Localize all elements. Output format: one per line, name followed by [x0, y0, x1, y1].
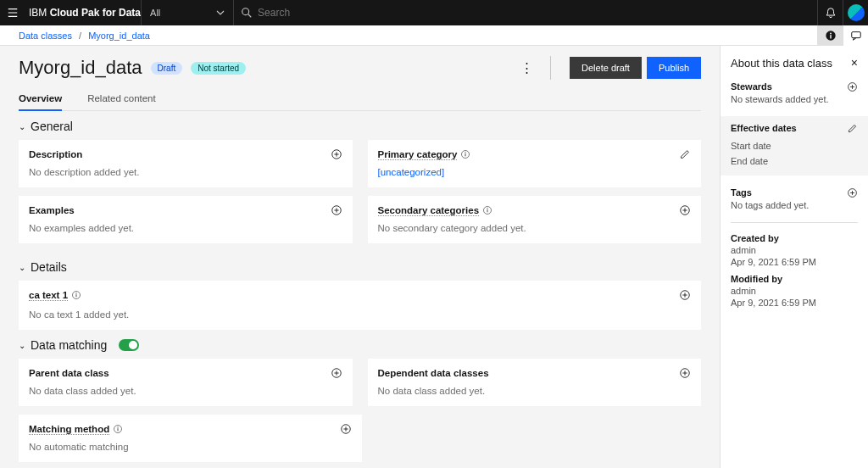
add-steward-icon[interactable]: [847, 81, 858, 92]
chevron-down-icon: ⌄: [19, 263, 25, 272]
overflow-menu[interactable]: ⋮: [516, 58, 537, 78]
card-description-title: Description: [29, 149, 82, 159]
add-parent-icon[interactable]: [331, 367, 342, 379]
add-description-icon[interactable]: [331, 148, 342, 160]
section-general-label: General: [31, 120, 73, 133]
modified-by-label: Modified by: [731, 274, 858, 284]
svg-point-0: [242, 8, 249, 15]
notifications-icon[interactable]: [817, 0, 843, 25]
hamburger-icon[interactable]: [0, 0, 25, 25]
section-matching-toggle[interactable]: ⌄ Data matching: [19, 338, 701, 352]
search-input[interactable]: [258, 7, 393, 19]
add-method-icon[interactable]: [340, 423, 352, 435]
stewards-value: No stewards added yet.: [731, 94, 858, 104]
svg-point-15: [75, 292, 76, 293]
info-icon[interactable]: [460, 149, 470, 159]
publish-button[interactable]: Publish: [647, 57, 701, 79]
start-date-label: Start date: [731, 141, 771, 151]
add-examples-icon[interactable]: [331, 204, 342, 216]
status-badge-workflow: Not started: [191, 62, 246, 75]
divider: [731, 222, 858, 223]
svg-rect-22: [118, 428, 119, 431]
breadcrumb-current[interactable]: Myorg_id_data: [88, 31, 150, 41]
svg-rect-16: [76, 294, 77, 297]
parent-placeholder: No data class added yet.: [29, 386, 342, 396]
modified-by-date: Apr 9, 2021 6:59 PM: [731, 298, 858, 308]
examples-placeholder: No examples added yet.: [29, 223, 342, 233]
breadcrumb-root[interactable]: Data classes: [19, 31, 72, 41]
status-badge-draft: Draft: [151, 62, 183, 75]
description-placeholder: No description added yet.: [29, 167, 342, 177]
add-catext-icon[interactable]: [679, 289, 691, 301]
chat-icon[interactable]: [843, 25, 868, 46]
svg-point-11: [487, 208, 487, 209]
page-title: Myorg_id_data: [19, 57, 142, 79]
tab-overview[interactable]: Overview: [19, 88, 62, 110]
add-dependent-icon[interactable]: [679, 367, 691, 379]
scope-selector[interactable]: All: [141, 0, 234, 25]
stewards-label: Stewards: [731, 81, 858, 92]
brand: IBM Cloud Pak for Data: [25, 7, 141, 19]
effective-dates-label: Effective dates: [731, 123, 858, 133]
info-icon[interactable]: [71, 290, 81, 300]
method-placeholder: No automatic matching: [29, 442, 352, 452]
card-primary-title: Primary category: [378, 149, 458, 160]
svg-rect-3: [830, 35, 831, 38]
delete-draft-button[interactable]: Delete draft: [570, 57, 642, 79]
svg-point-21: [118, 426, 119, 427]
svg-rect-8: [465, 153, 466, 156]
add-tag-icon[interactable]: [847, 187, 858, 198]
scope-label: All: [150, 8, 160, 18]
svg-rect-12: [487, 209, 488, 212]
info-icon[interactable]: [482, 205, 492, 215]
svg-point-2: [830, 33, 832, 35]
chevron-down-icon: ⌄: [19, 341, 25, 350]
tags-label: Tags: [731, 187, 858, 198]
card-method-title: Matching method: [29, 424, 109, 435]
secondary-placeholder: No secondary category added yet.: [378, 223, 692, 233]
divider: [550, 56, 551, 80]
chevron-down-icon: ⌄: [19, 122, 25, 131]
section-matching-label: Data matching: [31, 338, 107, 352]
data-matching-toggle[interactable]: [119, 339, 139, 351]
section-details-label: Details: [31, 260, 67, 274]
info-panel-toggle[interactable]: [817, 25, 843, 46]
svg-point-7: [465, 152, 466, 153]
breadcrumb: Data classes / Myorg_id_data: [19, 31, 150, 41]
add-secondary-icon[interactable]: [679, 204, 691, 216]
created-by-label: Created by: [731, 233, 858, 243]
chevron-down-icon: [216, 10, 225, 15]
catext-placeholder: No ca text 1 added yet.: [29, 309, 691, 320]
about-panel-title: About this data class: [731, 57, 832, 70]
card-parent-title: Parent data class: [29, 368, 109, 378]
card-secondary-title: Secondary categories: [378, 205, 480, 216]
modified-by-user: admin: [731, 286, 858, 296]
primary-category-link[interactable]: [uncategorized]: [378, 167, 692, 177]
svg-rect-4: [851, 32, 860, 38]
section-general-toggle[interactable]: ⌄ General: [19, 120, 701, 133]
edit-primary-icon[interactable]: [679, 148, 691, 160]
tab-related-content[interactable]: Related content: [87, 88, 156, 110]
created-by-user: admin: [731, 245, 858, 255]
about-panel: About this data class × Stewards No stew…: [720, 46, 868, 468]
card-catext-title: ca text 1: [29, 290, 68, 301]
info-icon[interactable]: [113, 424, 123, 434]
user-avatar[interactable]: [843, 0, 868, 25]
card-examples-title: Examples: [29, 205, 75, 215]
edit-dates-icon[interactable]: [847, 123, 858, 134]
close-icon[interactable]: ×: [851, 56, 858, 70]
created-by-date: Apr 9, 2021 6:59 PM: [731, 257, 858, 267]
card-dependent-title: Dependent data classes: [378, 368, 489, 378]
section-details-toggle[interactable]: ⌄ Details: [19, 260, 701, 274]
tags-value: No tags added yet.: [731, 200, 858, 210]
dependent-placeholder: No data class added yet.: [378, 386, 692, 396]
end-date-label: End date: [731, 156, 768, 166]
search-icon: [241, 7, 253, 19]
